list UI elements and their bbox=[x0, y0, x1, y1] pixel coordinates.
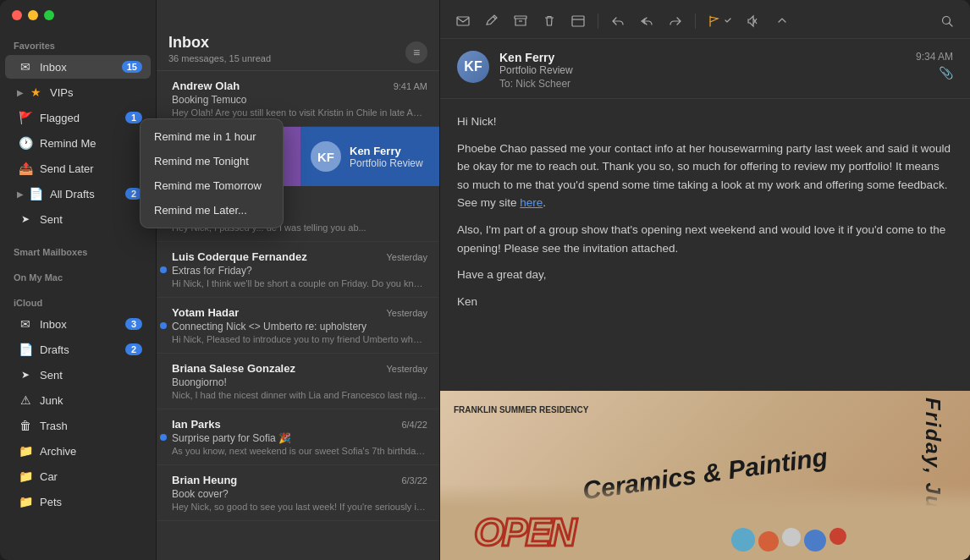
message-time: 9:41 AM bbox=[394, 81, 427, 91]
message-list-header: Inbox 36 messages, 15 unread ≡ bbox=[157, 0, 439, 71]
message-preview: Hey Nick, so good to see you last week! … bbox=[172, 502, 427, 512]
send-later-icon: 📤 bbox=[17, 160, 34, 177]
archive-button[interactable] bbox=[511, 12, 530, 30]
fullscreen-button[interactable] bbox=[44, 10, 54, 20]
sidebar-item-icloud-trash[interactable]: 🗑 Trash bbox=[5, 414, 151, 437]
ken-ferry-content[interactable]: KF Ken Ferry Portfolio Review bbox=[300, 127, 439, 186]
message-time: Yesterday bbox=[386, 252, 427, 262]
sent-icon: ➤ bbox=[17, 211, 34, 228]
sidebar-item-icloud-junk[interactable]: ⚠ Junk bbox=[5, 388, 151, 412]
sidebar-item-icloud-sent[interactable]: ➤ Sent bbox=[5, 363, 151, 387]
junk-icon: ⚠ bbox=[17, 392, 34, 409]
sidebar-item-sent[interactable]: ➤ Sent bbox=[5, 207, 151, 231]
email-attachment-image: FRANKLIN SUMMER RESIDENCY Ceramics & Pai… bbox=[440, 391, 970, 560]
chevron-icon: ▶ bbox=[17, 189, 24, 199]
message-preview: Hi Nick, Pleased to introduce you to my … bbox=[172, 334, 427, 344]
message-subject: Surprise party for Sofia 🎉 bbox=[172, 432, 427, 444]
body-sign-off: Have a great day, bbox=[457, 266, 953, 284]
new-mail-button[interactable] bbox=[454, 12, 472, 30]
icloud-drafts-badge: 2 bbox=[125, 343, 142, 355]
message-preview: As you know, next weekend is our sweet S… bbox=[172, 446, 427, 456]
search-button[interactable] bbox=[938, 12, 956, 30]
sidebar-item-label: Pets bbox=[40, 496, 142, 508]
sidebar-item-label: Sent bbox=[40, 213, 142, 226]
dropdown-item-tonight[interactable]: Remind me Tonight bbox=[141, 149, 283, 173]
message-subject: Portfolio Review bbox=[350, 157, 429, 169]
message-item[interactable]: Ian Parks 6/4/22 Surprise party for Sofi… bbox=[157, 409, 439, 465]
svg-rect-0 bbox=[457, 17, 469, 25]
move-button[interactable] bbox=[569, 12, 587, 30]
dropdown-item-1hour[interactable]: Remind me in 1 hour bbox=[141, 124, 283, 149]
message-item[interactable]: Luis Coderque Fernandez Yesterday Extras… bbox=[157, 242, 439, 298]
body-link[interactable]: here bbox=[520, 196, 543, 209]
inbox-icon: ✉ bbox=[17, 316, 34, 332]
on-my-mac-label: On My Mac bbox=[0, 266, 156, 286]
message-subject: Booking Temuco bbox=[172, 94, 427, 106]
delete-button[interactable] bbox=[540, 12, 559, 30]
sender-avatar: KF bbox=[311, 141, 341, 172]
flag-button[interactable] bbox=[706, 13, 734, 30]
sidebar-item-icloud-car[interactable]: 📁 Car bbox=[5, 464, 151, 488]
dropdown-item-later[interactable]: Remind me Later... bbox=[141, 198, 283, 222]
email-header: KF Ken Ferry Portfolio Review To: Nick S… bbox=[440, 39, 970, 99]
sender-name: Briana Salese Gonzalez bbox=[172, 362, 295, 375]
sender-name: Andrew Olah bbox=[172, 80, 240, 92]
message-time: Yesterday bbox=[386, 308, 427, 318]
sidebar-item-flagged[interactable]: 🚩 Flagged 1 bbox=[5, 106, 151, 129]
filter-button[interactable]: ≡ bbox=[405, 41, 427, 63]
sidebar-item-icloud-inbox[interactable]: ✉ Inbox 3 bbox=[5, 312, 151, 336]
close-button[interactable] bbox=[12, 10, 22, 20]
body-greeting: Hi Nick! bbox=[457, 113, 953, 131]
reply-all-button[interactable] bbox=[637, 12, 656, 30]
sender-name: Brian Heung bbox=[172, 474, 237, 486]
drafts-icon: 📄 bbox=[17, 341, 34, 358]
sidebar-item-all-drafts[interactable]: ▶ 📄 All Drafts 2 bbox=[5, 182, 151, 206]
sidebar-item-label: Trash bbox=[40, 420, 142, 432]
sidebar-item-label: Archive bbox=[40, 445, 142, 458]
message-item[interactable]: Briana Salese Gonzalez Yesterday Buongio… bbox=[157, 354, 439, 409]
favorites-section-label: Favorites bbox=[0, 34, 156, 54]
email-to: To: Nick Scheer bbox=[499, 78, 906, 90]
sidebar-item-label: Inbox bbox=[40, 61, 122, 74]
message-time: Yesterday bbox=[386, 364, 427, 374]
more-button[interactable] bbox=[773, 12, 791, 30]
window-controls bbox=[12, 10, 54, 20]
sidebar-item-icloud-drafts[interactable]: 📄 Drafts 2 bbox=[5, 338, 151, 361]
unread-indicator bbox=[160, 266, 167, 273]
message-preview: Nick, I had the nicest dinner with Lia a… bbox=[172, 390, 427, 400]
sidebar-item-remind-me[interactable]: 🕐 Remind Me bbox=[5, 131, 151, 155]
message-subject: Connecting Nick <> Umberto re: upholster… bbox=[172, 321, 427, 332]
svg-rect-1 bbox=[515, 16, 526, 19]
icloud-inbox-badge: 3 bbox=[125, 318, 142, 330]
trash-icon: 🗑 bbox=[17, 417, 34, 434]
inbox-icon: ✉ bbox=[17, 58, 34, 75]
folder-icon: 📁 bbox=[17, 493, 34, 510]
sender-name: Ken Ferry bbox=[499, 51, 906, 64]
sender-avatar: KF bbox=[457, 51, 489, 83]
to-label: To: bbox=[499, 78, 513, 90]
message-subject: Extras for Friday? bbox=[172, 265, 427, 277]
message-subject: Book cover? bbox=[172, 488, 427, 500]
sidebar-item-icloud-pets[interactable]: 📁 Pets bbox=[5, 490, 151, 513]
reply-button[interactable] bbox=[609, 12, 627, 30]
message-item[interactable]: Brian Heung 6/3/22 Book cover? Hey Nick,… bbox=[157, 465, 439, 521]
email-body: Hi Nick! Phoebe Chao passed me your cont… bbox=[440, 99, 970, 391]
dropdown-item-tomorrow[interactable]: Remind me Tomorrow bbox=[141, 173, 283, 198]
sidebar-item-send-later[interactable]: 📤 Send Later bbox=[5, 156, 151, 180]
sidebar-item-label: VIPs bbox=[50, 86, 142, 99]
compose-button[interactable] bbox=[482, 12, 501, 30]
sidebar-item-inbox[interactable]: ✉ Inbox 15 bbox=[5, 55, 151, 79]
email-time: 9:34 AM bbox=[916, 51, 953, 63]
remind-dropdown: Remind me in 1 hour Remind me Tonight Re… bbox=[140, 118, 284, 228]
mute-button[interactable] bbox=[744, 12, 763, 30]
chevron-icon: ▶ bbox=[17, 88, 24, 97]
smart-mailboxes-label: Smart Mailboxes bbox=[0, 240, 156, 261]
sidebar-item-icloud-archive[interactable]: 📁 Archive bbox=[5, 439, 151, 463]
minimize-button[interactable] bbox=[28, 10, 38, 20]
to-name: Nick Scheer bbox=[515, 78, 570, 90]
sidebar-item-label: Drafts bbox=[40, 343, 125, 356]
forward-button[interactable] bbox=[666, 12, 685, 30]
sender-name: Yotam Hadar bbox=[172, 306, 239, 319]
sidebar-item-vips[interactable]: ▶ ★ VIPs bbox=[5, 80, 151, 104]
message-item[interactable]: Yotam Hadar Yesterday Connecting Nick <>… bbox=[157, 298, 439, 354]
